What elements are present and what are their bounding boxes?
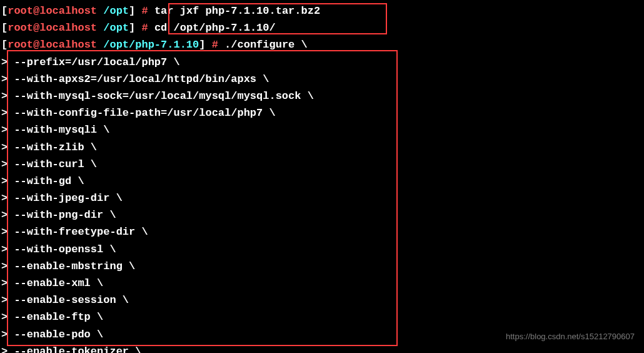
user: root (8, 5, 33, 17)
hash: # (141, 22, 154, 34)
at-sign: @ (33, 22, 39, 34)
command-text: tar jxf php-7.1.10.tar.bz2 (154, 5, 320, 17)
bracket-close: ] (129, 5, 141, 17)
user: root (8, 39, 33, 51)
bracket-open: [ (1, 39, 8, 51)
terminal[interactable]: [root@localhost /opt] # tar jxf php-7.1.… (1, 3, 643, 353)
continuation-line: > --with-mysqli \ (1, 121, 643, 138)
continuation-line: > --enable-tokenizer \ (1, 343, 643, 353)
continuation-line: > --with-freetype-dir \ (1, 223, 643, 240)
host: localhost (39, 5, 97, 17)
continuation-line: > --with-config-file-path=/usr/local/php… (1, 105, 643, 121)
command-text: ./configure \ (224, 39, 308, 51)
watermark-text: https://blog.csdn.net/s15212790607 (506, 330, 635, 344)
continuation-block: > --prefix=/usr/local/php7 \> --with-apx… (1, 54, 643, 353)
bracket-open: [ (1, 22, 8, 34)
continuation-line: > --with-jpeg-dir \ (1, 190, 643, 207)
prompt-line-2: [root@localhost /opt] # cd /opt/php-7.1.… (1, 19, 643, 36)
continuation-line: > --enable-ftp \ (1, 309, 643, 325)
prompt-line-3: [root@localhost /opt/php-7.1.10] # ./con… (1, 36, 643, 53)
cwd: /opt (97, 5, 129, 17)
user: root (8, 22, 33, 34)
at-sign: @ (33, 39, 39, 51)
host: localhost (39, 39, 97, 51)
host: localhost (39, 22, 97, 34)
hash: # (212, 39, 224, 51)
prompt-line-1: [root@localhost /opt] # tar jxf php-7.1.… (1, 3, 643, 19)
cwd: /opt/php-7.1.10 (97, 39, 199, 51)
continuation-line: > --with-openssl \ (1, 241, 643, 258)
continuation-line: > --enable-session \ (1, 292, 643, 309)
continuation-line: > --enable-mbstring \ (1, 258, 643, 275)
continuation-line: > --with-png-dir \ (1, 207, 643, 223)
command-text: cd /opt/php-7.1.10/ (154, 22, 276, 34)
cwd: /opt (97, 22, 129, 34)
bracket-close: ] (199, 39, 211, 51)
hash: # (141, 5, 154, 17)
continuation-line: > --with-gd \ (1, 173, 643, 190)
bracket-open: [ (1, 5, 8, 17)
at-sign: @ (33, 5, 39, 17)
continuation-line: > --with-apxs2=/usr/local/httpd/bin/apxs… (1, 71, 643, 88)
continuation-line: > --enable-xml \ (1, 275, 643, 292)
continuation-line: > --with-mysql-sock=/usr/local/mysql/mys… (1, 88, 643, 105)
continuation-line: > --prefix=/usr/local/php7 \ (1, 54, 643, 71)
continuation-line: > --with-zlib \ (1, 139, 643, 156)
continuation-line: > --with-curl \ (1, 156, 643, 173)
bracket-close: ] (129, 22, 141, 34)
